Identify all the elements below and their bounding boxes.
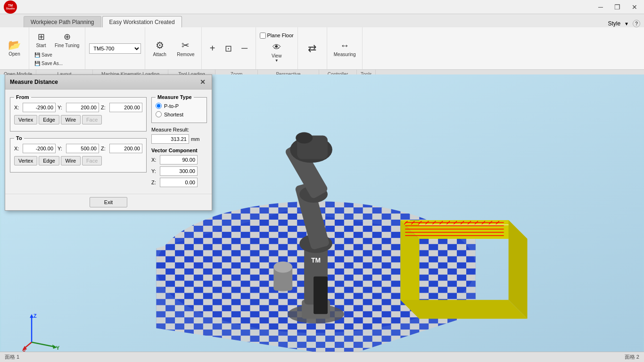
- fine-tuning-icon: ⊕: [64, 32, 71, 42]
- vector-x-row: X:: [151, 155, 207, 165]
- maximize-button[interactable]: ❐: [611, 2, 623, 12]
- to-x-input[interactable]: [23, 144, 56, 153]
- toolbar-group-controller: ⇄: [298, 27, 327, 69]
- dialog-title-bar[interactable]: Measure Distance ✕: [5, 75, 212, 90]
- from-face-button[interactable]: Face: [82, 115, 102, 124]
- attach-button[interactable]: ⚙ Attach: [149, 38, 170, 59]
- p-to-p-radio[interactable]: [156, 103, 162, 109]
- plane-floor-checkbox-label[interactable]: Plane Floor: [260, 33, 294, 39]
- zoom-minus-icon: ─: [241, 43, 248, 53]
- toolbar-group-zoom: + ⊡ ─: [202, 27, 256, 69]
- zoom-fit-icon: ⊡: [225, 43, 232, 54]
- measure-distance-dialog: Measure Distance ✕ From X: Y: Z: Vertex …: [5, 74, 212, 211]
- to-y-input[interactable]: [66, 144, 99, 153]
- save-as-button[interactable]: 💾 Save As...: [32, 59, 82, 67]
- to-xyz-row: X: Y: Z:: [14, 144, 142, 153]
- from-snap-buttons: Vertex Edge Wire Face: [14, 115, 142, 124]
- to-wire-button[interactable]: Wire: [61, 156, 81, 165]
- view-icon: 👁: [272, 42, 281, 52]
- status-right: 面格 2: [625, 354, 639, 361]
- toolbar-group-machine: TM5-700: [85, 27, 145, 69]
- from-z-input[interactable]: [109, 103, 142, 112]
- dialog-body: From X: Y: Z: Vertex Edge Wire Face: [5, 90, 212, 194]
- to-z-input[interactable]: [109, 144, 142, 153]
- to-legend: To: [14, 135, 24, 141]
- controller-icon: ⇄: [308, 42, 316, 55]
- from-edge-button[interactable]: Edge: [39, 115, 59, 124]
- from-section: From X: Y: Z: Vertex Edge Wire Face: [10, 94, 147, 132]
- fine-tuning-button[interactable]: ⊕ Fine Tuning: [52, 30, 82, 50]
- machine-dropdown[interactable]: TM5-700: [89, 43, 141, 54]
- status-bar: 面格 1 面格 2: [0, 352, 644, 362]
- app-logo: TM Studio: [4, 0, 17, 14]
- vector-x-input[interactable]: [160, 155, 198, 165]
- svg-point-18: [273, 262, 292, 273]
- zoom-plus-icon: +: [210, 43, 215, 54]
- to-section: To X: Y: Z: Vertex Edge Wire Face: [10, 135, 147, 173]
- to-face-button[interactable]: Face: [82, 156, 102, 165]
- tab-workpiece-path-planning[interactable]: Workpiece Path Planning: [24, 16, 101, 27]
- measuring-icon: ↔: [340, 40, 349, 51]
- measure-result-label: Measure Result:: [151, 127, 207, 132]
- start-icon: ⊞: [38, 32, 45, 42]
- save-button[interactable]: 💾 Save: [32, 51, 82, 59]
- to-vertex-button[interactable]: Vertex: [14, 156, 37, 165]
- close-button[interactable]: ✕: [629, 2, 640, 12]
- vector-z-row: Z:: [151, 178, 207, 187]
- from-xyz-row: X: Y: Z:: [14, 103, 142, 112]
- open-button[interactable]: 📂 Open: [4, 38, 25, 58]
- view-button[interactable]: 👁 View ▼: [266, 41, 287, 65]
- from-vertex-button[interactable]: Vertex: [14, 115, 37, 124]
- vector-y-row: Y:: [151, 166, 207, 176]
- svg-text:Y: Y: [56, 345, 60, 351]
- vector-label: Vector Component: [151, 148, 207, 153]
- attach-icon: ⚙: [156, 40, 164, 51]
- help-icon[interactable]: ?: [633, 20, 640, 27]
- measure-result-input[interactable]: [151, 134, 189, 144]
- start-button[interactable]: ⊞ Start: [32, 30, 50, 50]
- save-icon: 💾: [34, 52, 40, 58]
- svg-text:TM: TM: [311, 256, 321, 264]
- svg-marker-24: [400, 300, 527, 319]
- exit-button[interactable]: Exit: [90, 197, 127, 207]
- zoom-minus-button[interactable]: ─: [238, 41, 252, 55]
- to-edge-button[interactable]: Edge: [39, 156, 59, 165]
- dialog-right-panel: Measure Type P-to-P Shortest Measure Res…: [151, 94, 207, 189]
- style-label[interactable]: Style: [608, 20, 620, 27]
- status-left: 面格 1: [5, 354, 19, 361]
- from-x-input[interactable]: [23, 103, 56, 112]
- from-y-input[interactable]: [66, 103, 99, 112]
- title-bar: TM Studio ─ ❐ ✕: [0, 0, 644, 14]
- plane-floor-checkbox[interactable]: [260, 33, 266, 39]
- controller-button[interactable]: ⇄: [302, 41, 323, 57]
- p-to-p-row: P-to-P: [156, 103, 203, 109]
- unit-label: mm: [191, 136, 199, 142]
- remove-icon: ✂: [182, 40, 190, 51]
- minimize-button[interactable]: ─: [595, 2, 606, 12]
- zoom-fit-button[interactable]: ⊡: [222, 41, 236, 56]
- toolbar-group-measuring: ↔ Measuring: [327, 27, 363, 69]
- measuring-button[interactable]: ↔ Measuring: [331, 38, 359, 59]
- to-snap-buttons: Vertex Edge Wire Face: [14, 156, 142, 165]
- toolbar-group-layout: ⊞ Start ⊕ Fine Tuning 💾 Save 💾 Save As..…: [29, 27, 85, 69]
- vector-section: Vector Component X: Y: Z:: [151, 148, 207, 187]
- remove-button[interactable]: ✂ Remove: [174, 38, 197, 59]
- toolbar-group-tools: ⚙ Attach ✂ Remove: [145, 27, 201, 69]
- svg-rect-20: [314, 277, 328, 314]
- zoom-plus-button[interactable]: +: [206, 41, 220, 56]
- open-icon: 📂: [8, 40, 21, 50]
- vector-z-input[interactable]: [160, 178, 198, 187]
- shortest-radio[interactable]: [156, 111, 162, 117]
- view-chevron-icon: ▼: [275, 58, 279, 63]
- tab-easy-workstation-created[interactable]: Easy Workstation Created: [102, 16, 182, 27]
- from-wire-button[interactable]: Wire: [61, 115, 81, 124]
- measure-type-section: Measure Type P-to-P Shortest: [151, 94, 207, 123]
- dialog-footer: Exit: [5, 194, 212, 210]
- tabs-right: Style ▼ ?: [608, 20, 644, 27]
- svg-point-15: [296, 132, 313, 144]
- dialog-close-button[interactable]: ✕: [198, 78, 207, 86]
- title-bar-left: TM Studio: [4, 0, 17, 14]
- chevron-down-icon: ▼: [624, 21, 629, 26]
- shortest-row: Shortest: [156, 111, 203, 117]
- vector-y-input[interactable]: [160, 166, 198, 176]
